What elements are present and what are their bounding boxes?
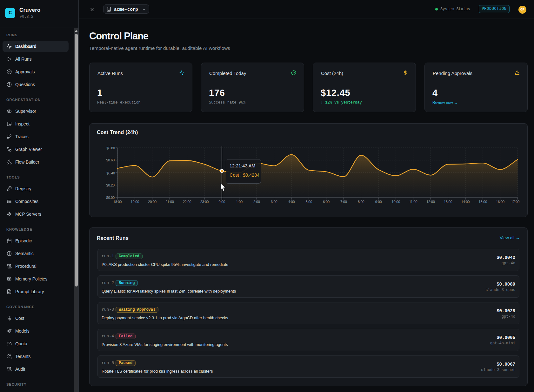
svg-text:$0.00: $0.00 (106, 196, 115, 199)
svg-text:2:00: 2:00 (253, 200, 260, 204)
svg-text:11:00: 11:00 (409, 200, 417, 204)
svg-text:3:00: 3:00 (271, 200, 277, 204)
svg-text:19:00: 19:00 (131, 200, 139, 204)
svg-text:10:00: 10:00 (392, 200, 400, 204)
svg-text:15:00: 15:00 (479, 200, 487, 204)
svg-text:17:00: 17:00 (511, 200, 520, 204)
svg-text:5:00: 5:00 (305, 200, 312, 204)
svg-text:6:00: 6:00 (323, 200, 330, 204)
svg-text:4:00: 4:00 (288, 200, 295, 204)
svg-text:18:00: 18:00 (113, 200, 122, 204)
svg-text:$0.80: $0.80 (106, 146, 115, 150)
svg-text:13:00: 13:00 (444, 200, 452, 204)
svg-text:14:00: 14:00 (461, 200, 470, 204)
svg-text:$0.20: $0.20 (106, 183, 115, 187)
svg-text:$0.60: $0.60 (106, 158, 115, 162)
svg-text:$0.40: $0.40 (106, 171, 115, 175)
svg-text:22:00: 22:00 (183, 200, 191, 204)
svg-text:8:00: 8:00 (358, 200, 364, 204)
svg-text:12:00: 12:00 (426, 200, 435, 204)
svg-text:16:00: 16:00 (496, 200, 504, 204)
svg-text:9:00: 9:00 (375, 200, 382, 204)
svg-text:20:00: 20:00 (148, 200, 157, 204)
svg-text:1:00: 1:00 (236, 200, 243, 204)
svg-text:7:00: 7:00 (340, 200, 347, 204)
svg-text:21:00: 21:00 (165, 200, 174, 204)
svg-text:0:00: 0:00 (218, 200, 225, 204)
svg-text:23:00: 23:00 (200, 200, 209, 204)
